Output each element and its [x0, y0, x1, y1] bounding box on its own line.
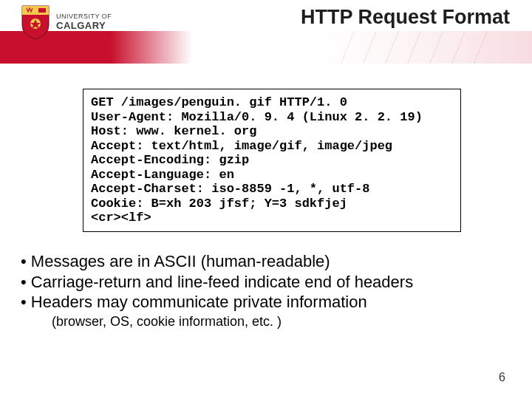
university-name-text: CALGARY	[56, 21, 112, 31]
code-line: Host: www. kernel. org	[91, 124, 256, 138]
bullet-item: Carriage-return and line-feed indicate e…	[21, 272, 508, 293]
code-line: Accept-Charset: iso-8859 -1, *, utf-8	[91, 182, 369, 196]
code-line: GET /images/penguin. gif HTTP/1. 0	[91, 95, 347, 109]
header-decor	[340, 31, 532, 64]
code-line: Accept-Encoding: gzip	[91, 153, 249, 167]
bullet-item: Messages are in ASCII (human-readable)	[21, 251, 508, 272]
university-name: UNIVERSITY OF CALGARY	[56, 13, 112, 30]
svg-rect-0	[38, 8, 46, 13]
page-number: 6	[499, 371, 505, 384]
code-line: Accept: text/html, image/gif, image/jpeg	[91, 139, 392, 153]
bullet-list: Messages are in ASCII (human-readable) C…	[21, 251, 508, 330]
code-line: Cookie: B=xh 203 jfsf; Y=3 sdkfjej	[91, 197, 347, 211]
bullet-subitem: (browser, OS, cookie information, etc. )	[21, 314, 508, 330]
slide-title: HTTP Request Format	[301, 6, 510, 29]
http-request-box: GET /images/penguin. gif HTTP/1. 0 User-…	[83, 89, 461, 232]
shield-icon	[21, 4, 50, 40]
code-line: Accept-Language: en	[91, 168, 234, 182]
code-line: <cr><lf>	[91, 211, 151, 225]
code-line: User-Agent: Mozilla/0. 9. 4 (Linux 2. 2.…	[91, 110, 423, 124]
bullet-item: Headers may communicate private informat…	[21, 292, 508, 313]
university-logo: UNIVERSITY OF CALGARY	[21, 4, 112, 40]
